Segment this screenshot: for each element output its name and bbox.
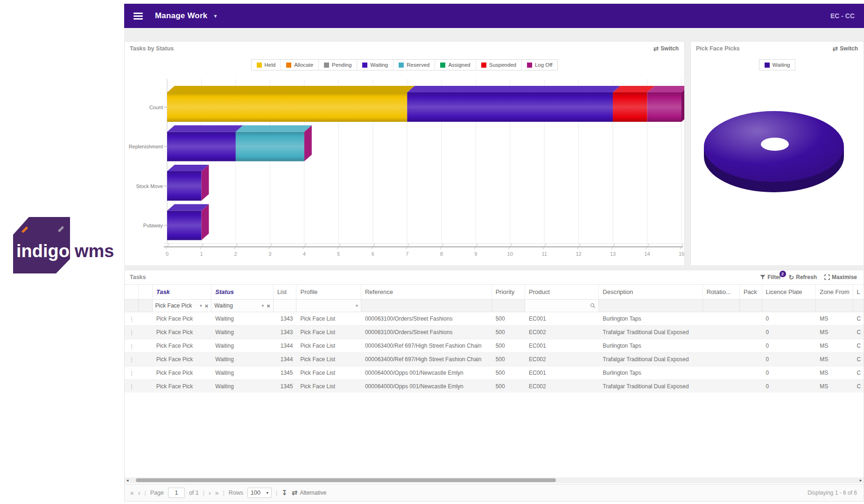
table-row[interactable]: ⋮Pick Face PickWaiting1343Pick Face List…: [125, 326, 864, 339]
column-header-product[interactable]: Product: [525, 285, 599, 299]
page-label: Page: [150, 490, 164, 496]
filter-cell-profile[interactable]: ▾: [296, 300, 361, 312]
column-header-rotation[interactable]: Rotatio...: [703, 285, 740, 299]
cell-sel: [139, 339, 153, 352]
filter-cell-description[interactable]: [599, 300, 703, 312]
scrollbar-thumb[interactable]: [136, 478, 556, 482]
page-number-input[interactable]: 1: [168, 488, 185, 498]
scroll-right-icon[interactable]: ▸: [858, 477, 864, 483]
table-row[interactable]: ⋮Pick Face PickWaiting1345Pick Face List…: [125, 380, 864, 392]
legend-item-waiting[interactable]: Waiting: [759, 60, 795, 70]
search-icon[interactable]: [590, 303, 596, 308]
rows-per-page-select[interactable]: 100 ▾: [247, 488, 272, 498]
scrollbar-track[interactable]: [130, 477, 858, 483]
row-handle-icon[interactable]: ⋮: [125, 339, 139, 352]
row-handle-icon[interactable]: ⋮: [125, 326, 139, 339]
column-header-profile[interactable]: Profile: [296, 285, 361, 299]
column-header-licence_plate[interactable]: Licence Plate: [762, 285, 816, 299]
column-header-loc[interactable]: L: [853, 285, 864, 299]
row-handle-icon[interactable]: ⋮: [125, 353, 139, 366]
column-header-handle[interactable]: [125, 285, 139, 299]
cell-priority: 500: [492, 339, 525, 352]
tasks-by-status-panel: Tasks by Status ⇄ Switch HeldAllocatePen…: [124, 41, 685, 266]
cell-reference: 000063100/Orders/Street Fashions: [361, 326, 492, 339]
filter-cell-loc[interactable]: [853, 300, 864, 312]
switch-icon: ⇄: [833, 45, 838, 52]
clear-filter-icon[interactable]: ×: [205, 302, 209, 309]
tasks-grid-panel: Tasks Filter 2 ↻ Refresh: [124, 270, 864, 502]
cell-reference: 000064000/Opps 001/Newcastle Emlyn: [361, 380, 492, 392]
app-window: Manage Work ▼ EC - CC Tasks by Status ⇄ …: [124, 4, 864, 502]
legend-item-suspended[interactable]: Suspended: [476, 60, 522, 70]
clear-filter-icon[interactable]: ×: [267, 302, 270, 309]
svg-text:2: 2: [234, 251, 237, 257]
download-button[interactable]: ↧: [281, 489, 288, 497]
column-header-zone_from[interactable]: Zone From: [816, 285, 853, 299]
switch-chart-button[interactable]: ⇄ Switch: [653, 45, 679, 52]
row-handle-icon[interactable]: ⋮: [125, 312, 139, 325]
maximise-button[interactable]: Maximise: [824, 274, 857, 280]
cell-description: Burlington Taps: [599, 366, 702, 379]
horizontal-scrollbar[interactable]: ◂ ▸: [125, 477, 864, 483]
hamburger-menu-icon[interactable]: [133, 11, 143, 21]
cell-profile: Pick Face List: [296, 339, 361, 352]
cell-task: Pick Face Pick: [153, 339, 212, 352]
filter-cell-licence_plate[interactable]: [762, 300, 816, 312]
table-row[interactable]: ⋮Pick Face PickWaiting1344Pick Face List…: [125, 353, 864, 366]
legend-item-pending[interactable]: Pending: [319, 60, 357, 70]
next-page-button[interactable]: ›: [209, 489, 211, 497]
legend-item-held[interactable]: Held: [252, 60, 281, 70]
chevron-down-icon[interactable]: ▾: [356, 303, 358, 308]
table-row[interactable]: ⋮Pick Face PickWaiting1345Pick Face List…: [125, 366, 864, 380]
chevron-down-icon[interactable]: ▾: [262, 303, 264, 308]
legend-item-assigned[interactable]: Assigned: [435, 60, 476, 70]
filter-cell-pack[interactable]: [740, 300, 762, 312]
column-header-sel[interactable]: [139, 285, 153, 299]
legend-label: Suspended: [489, 62, 516, 68]
chevron-down-icon[interactable]: ▾: [200, 303, 202, 308]
last-page-button[interactable]: »: [215, 489, 219, 497]
alternative-icon: ⇄: [292, 489, 298, 497]
column-header-reference[interactable]: Reference: [361, 285, 492, 299]
svg-text:7: 7: [406, 251, 408, 257]
filter-cell-task[interactable]: Pick Face Pick▾×: [153, 300, 212, 312]
cell-licence_plate: 0: [762, 326, 816, 339]
tasks-by-status-header: Tasks by Status ⇄ Switch: [125, 42, 684, 56]
column-header-list[interactable]: List: [274, 285, 297, 299]
filter-cell-sel[interactable]: [139, 300, 153, 312]
filter-cell-zone_from[interactable]: [816, 300, 853, 312]
filter-cell-handle[interactable]: [125, 300, 139, 312]
filter-cell-reference[interactable]: [361, 300, 492, 312]
scroll-left-icon[interactable]: ◂: [125, 477, 130, 483]
filter-cell-status[interactable]: Waiting▾×: [211, 300, 274, 312]
filter-cell-list[interactable]: [274, 300, 297, 312]
refresh-button[interactable]: ↻ Refresh: [789, 274, 817, 280]
legend-item-reserved[interactable]: Reserved: [393, 60, 435, 70]
table-row[interactable]: ⋮Pick Face PickWaiting1343Pick Face List…: [125, 312, 864, 326]
first-page-button[interactable]: «: [130, 489, 134, 497]
legend-item-log-off[interactable]: Log Off: [522, 60, 558, 70]
switch-chart-button[interactable]: ⇄ Switch: [833, 45, 858, 52]
module-selector[interactable]: Manage Work ▼: [155, 11, 218, 21]
cell-pack: [740, 366, 762, 379]
alternative-view-button[interactable]: ⇄ Alternative: [292, 489, 326, 497]
table-row[interactable]: ⋮Pick Face PickWaiting1344Pick Face List…: [125, 339, 864, 353]
column-header-pack[interactable]: Pack: [740, 285, 762, 299]
filter-button[interactable]: Filter 2: [760, 274, 781, 280]
column-header-task[interactable]: Task: [153, 285, 212, 299]
filter-cell-priority[interactable]: [492, 300, 525, 312]
legend-item-waiting[interactable]: Waiting: [357, 60, 393, 70]
column-header-priority[interactable]: Priority: [492, 285, 525, 299]
cell-zone_from: MS: [816, 380, 853, 392]
column-header-status[interactable]: Status: [211, 285, 274, 299]
filter-cell-product[interactable]: [525, 300, 599, 312]
prev-page-button[interactable]: ‹: [138, 489, 140, 497]
legend-swatch-waiting: [765, 63, 770, 68]
cell-status: Waiting: [211, 380, 274, 392]
legend-item-allocate[interactable]: Allocate: [281, 60, 319, 70]
row-handle-icon[interactable]: ⋮: [125, 366, 139, 379]
row-handle-icon[interactable]: ⋮: [125, 380, 139, 392]
filter-cell-rotation[interactable]: [703, 300, 740, 312]
cell-sel: [139, 353, 153, 366]
column-header-description[interactable]: Description: [599, 285, 702, 299]
